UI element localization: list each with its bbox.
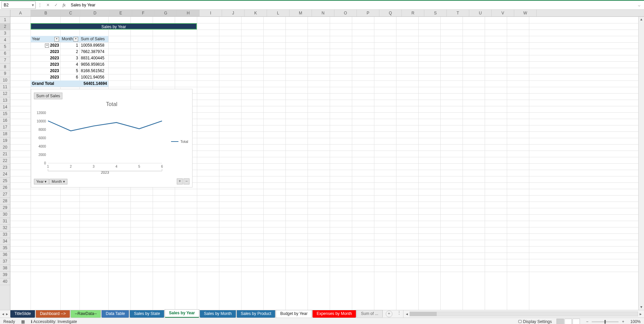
column-header-I[interactable]: I — [200, 10, 222, 16]
row-header-30[interactable]: 30 — [0, 211, 10, 218]
horizontal-scrollbar[interactable]: ◂ ▸ — [403, 310, 644, 318]
pivot-header-month[interactable]: Month▾ — [60, 36, 79, 42]
formula-input[interactable]: Sales by Year — [68, 2, 635, 8]
row-header-40[interactable]: 40 — [0, 278, 10, 285]
row-header-6[interactable]: 6 — [0, 50, 10, 57]
column-header-W[interactable]: W — [514, 10, 537, 16]
sheet-tab-sum-of[interactable]: Sum of ... — [357, 310, 382, 318]
sheet-tab-dashboard[interactable]: Dashboard --> — [36, 310, 70, 318]
column-header-S[interactable]: S — [424, 10, 447, 16]
row-header-4[interactable]: 4 — [0, 37, 10, 44]
column-header-C[interactable]: C — [61, 10, 80, 16]
row-header-29[interactable]: 29 — [0, 205, 10, 211]
row-header-35[interactable]: 35 — [0, 245, 10, 252]
column-header-V[interactable]: V — [492, 10, 514, 16]
column-header-O[interactable]: O — [334, 10, 357, 16]
sheet-tab-sales-by-year[interactable]: Sales by Year — [165, 309, 199, 318]
view-page-layout-icon[interactable] — [565, 319, 572, 324]
row-header-7[interactable]: 7 — [0, 57, 10, 64]
column-header-J[interactable]: J — [222, 10, 245, 16]
enter-formula-icon[interactable]: ✓ — [52, 1, 60, 9]
row-header-36[interactable]: 36 — [0, 252, 10, 258]
vscroll-track[interactable] — [639, 22, 644, 305]
row-header-17[interactable]: 17 — [0, 124, 10, 131]
row-header-24[interactable]: 24 — [0, 171, 10, 178]
row-header-31[interactable]: 31 — [0, 218, 10, 225]
chart-field-button[interactable]: Sum of Sales — [34, 93, 62, 99]
sheet-tab-sales-by-state[interactable]: Sales by State — [129, 310, 164, 318]
accessibility-status[interactable]: ℹ︎ Accessibility: Investigate — [31, 319, 77, 324]
zoom-slider[interactable]: − + — [585, 319, 626, 324]
zoom-in-icon[interactable]: + — [621, 319, 626, 324]
row-header-20[interactable]: 20 — [0, 144, 10, 151]
zoom-out-icon[interactable]: − — [585, 319, 590, 324]
row-header-32[interactable]: 32 — [0, 225, 10, 231]
chart-axis-pill-month[interactable]: Month ▾ — [49, 179, 67, 184]
column-header-G[interactable]: G — [155, 10, 177, 16]
row-header-1[interactable]: 1 — [0, 17, 10, 23]
sheet-tab-data-table[interactable]: Data Table — [101, 310, 129, 318]
row-header-23[interactable]: 23 — [0, 164, 10, 171]
sheet-tab-expenses-by-month[interactable]: Expenses by Month — [312, 310, 356, 318]
chart-expand-button[interactable]: + — [177, 178, 183, 184]
name-box[interactable]: B2 ▾ — [1, 1, 36, 9]
row-header-15[interactable]: 15 — [0, 111, 10, 117]
spreadsheet-grid[interactable]: 1234567891011121314151617181920212223242… — [0, 17, 644, 310]
row-header-25[interactable]: 25 — [0, 178, 10, 184]
column-header-K[interactable]: K — [245, 10, 267, 16]
column-header-H[interactable]: H — [177, 10, 200, 16]
row-header-19[interactable]: 19 — [0, 138, 10, 144]
sheet-tab-budget-by-year[interactable]: Budget by Year — [276, 310, 312, 318]
column-header-Q[interactable]: Q — [379, 10, 402, 16]
row-header-11[interactable]: 11 — [0, 84, 10, 91]
row-header-34[interactable]: 34 — [0, 238, 10, 245]
row-header-8[interactable]: 8 — [0, 64, 10, 70]
column-header-N[interactable]: N — [312, 10, 334, 16]
row-header-22[interactable]: 22 — [0, 158, 10, 164]
hscroll-track[interactable] — [410, 312, 638, 316]
row-header-12[interactable]: 12 — [0, 91, 10, 97]
row-header-16[interactable]: 16 — [0, 117, 10, 124]
fx-icon[interactable]: fx — [60, 1, 68, 9]
row-header-13[interactable]: 13 — [0, 97, 10, 104]
expand-formula-bar-icon[interactable]: ⌵ — [635, 3, 643, 7]
name-box-dropdown-icon[interactable]: ▾ — [32, 3, 35, 7]
row-header-18[interactable]: 18 — [0, 131, 10, 138]
cancel-formula-icon[interactable]: ✕ — [44, 1, 52, 9]
row-header-37[interactable]: 37 — [0, 258, 10, 265]
tab-nav-prev-icon[interactable]: ◂ — [2, 312, 4, 316]
pivot-year-5[interactable]: −2023 — [31, 42, 60, 49]
row-header-2[interactable]: 2 — [0, 23, 10, 30]
column-header-M[interactable]: M — [289, 10, 312, 16]
column-header-T[interactable]: T — [447, 10, 469, 16]
chart-collapse-button[interactable]: − — [183, 178, 190, 184]
row-header-33[interactable]: 33 — [0, 231, 10, 238]
column-header-L[interactable]: L — [267, 10, 289, 16]
tab-nav-next-icon[interactable]: ▸ — [6, 312, 8, 316]
vertical-scrollbar[interactable]: ▴ ▾ — [638, 17, 644, 310]
column-header-B[interactable]: B — [31, 10, 61, 16]
pivot-chart[interactable]: Sum of Sales Total 020004000600080001000… — [31, 89, 193, 187]
scroll-up-icon[interactable]: ▴ — [639, 17, 644, 22]
column-header-E[interactable]: E — [110, 10, 132, 16]
column-header-U[interactable]: U — [469, 10, 492, 16]
pivot-header-year[interactable]: Year▾ — [31, 36, 60, 42]
zoom-thumb[interactable] — [604, 320, 606, 324]
row-header-27[interactable]: 27 — [0, 191, 10, 198]
sheet-tab-rawdata[interactable]: --RawData-- — [70, 310, 101, 318]
cells-area[interactable]: Sales by YearYear▾Month▾Sum of Sales−202… — [10, 17, 638, 310]
sheet-tab-sales-by-month[interactable]: Sales by Month — [200, 310, 236, 318]
row-header-39[interactable]: 39 — [0, 272, 10, 278]
column-header-R[interactable]: R — [402, 10, 424, 16]
display-settings-button[interactable]: 🖵 Display Settings — [518, 319, 552, 324]
sheet-tab-titleslide[interactable]: TitleSlide — [10, 310, 35, 318]
scroll-down-icon[interactable]: ▾ — [639, 305, 644, 310]
row-header-10[interactable]: 10 — [0, 77, 10, 84]
scroll-left-icon[interactable]: ◂ — [404, 312, 410, 316]
column-header-F[interactable]: F — [132, 10, 155, 16]
row-header-14[interactable]: 14 — [0, 104, 10, 111]
new-sheet-button[interactable]: + — [386, 311, 392, 317]
row-header-9[interactable]: 9 — [0, 70, 10, 77]
view-normal-icon[interactable] — [556, 319, 564, 324]
column-header-D[interactable]: D — [80, 10, 110, 16]
